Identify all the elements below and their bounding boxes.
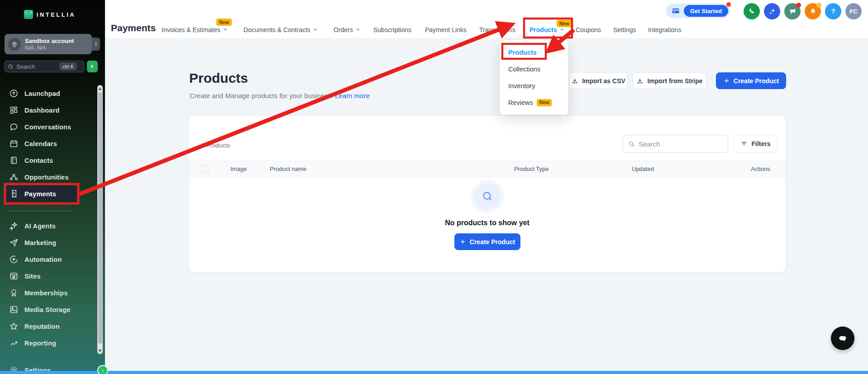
import-csv-button[interactable]: Import as CSV xyxy=(569,72,628,89)
menu-item-label: Reviews xyxy=(508,99,533,106)
sidebar-item-marketing[interactable]: Marketing xyxy=(0,234,97,251)
sidebar-item-label: Media Storage xyxy=(24,306,71,313)
get-started-button[interactable]: Get Started xyxy=(684,5,728,17)
menu-item-label: Products xyxy=(508,49,537,56)
button-label: Filters xyxy=(751,140,770,147)
chat-widget-button[interactable] xyxy=(831,327,854,350)
sidebar-item-calendars[interactable]: Calendars xyxy=(0,135,97,152)
tab-label: Transactions xyxy=(479,26,515,33)
tab-transactions[interactable]: Transactions xyxy=(479,26,515,33)
tab-label: Settings xyxy=(613,26,636,33)
table-header: Image Product name Product Type Updated … xyxy=(189,161,786,177)
page-subtitle-text: Create and Manage products for your busi… xyxy=(190,92,333,99)
tab-invoices-estimates[interactable]: New Invoices & Estimates xyxy=(162,26,228,33)
header-icon-buttons: ? FC xyxy=(744,3,862,19)
tab-documents-contracts[interactable]: Documents & Contracts xyxy=(243,26,318,33)
account-expand-button[interactable] xyxy=(92,38,100,51)
search-icon xyxy=(8,64,14,70)
sidebar-scrollbar-thumb[interactable] xyxy=(98,92,102,344)
sidebar-item-opportunities[interactable]: Opportunities xyxy=(0,169,97,185)
notifications-bell-button[interactable] xyxy=(805,3,821,19)
sidebar-item-payments[interactable]: $ Payments xyxy=(5,185,77,202)
menu-item-reviews[interactable]: Reviews New xyxy=(500,94,568,111)
sidebar-item-media-storage[interactable]: Media Storage xyxy=(0,301,97,318)
location-pin-icon xyxy=(8,38,21,51)
plus-icon xyxy=(459,238,466,245)
select-all-checkbox[interactable] xyxy=(201,165,209,173)
sidebar-item-launchpad[interactable]: Launchpad xyxy=(0,85,97,102)
payments-icon: $ xyxy=(9,189,19,199)
get-started-container: Get Started xyxy=(666,4,730,18)
sidebar-item-sites[interactable]: Sites xyxy=(0,268,97,284)
search-empty-icon xyxy=(475,184,500,209)
scroll-down-arrow-icon[interactable] xyxy=(98,350,102,352)
menu-item-products[interactable]: Products xyxy=(500,44,568,61)
column-actions: Actions xyxy=(751,166,770,172)
new-badge: New xyxy=(537,99,552,106)
sidebar-item-label: Opportunities xyxy=(24,174,69,181)
sidebar-item-ai-agents[interactable]: AI Agents xyxy=(0,218,97,234)
marketing-icon xyxy=(9,238,19,247)
sidebar-item-reporting[interactable]: Reporting xyxy=(0,335,97,351)
tab-payment-links[interactable]: Payment Links xyxy=(425,26,467,33)
account-switcher[interactable]: Sandbox account N/A, N/A xyxy=(5,34,92,54)
products-card: 0 Products Filters Image Product name Pr… xyxy=(188,115,786,273)
sidebar-search-input[interactable] xyxy=(16,63,57,70)
menu-item-collections[interactable]: Collections xyxy=(500,61,568,77)
ai-sparkles-button[interactable] xyxy=(764,3,780,19)
help-button[interactable]: ? xyxy=(825,3,841,19)
column-product-type: Product Type xyxy=(514,166,548,172)
chevron-down-icon xyxy=(559,26,565,33)
filter-icon xyxy=(740,140,748,147)
calendars-icon xyxy=(9,139,19,148)
sidebar-item-contacts[interactable]: Contacts xyxy=(0,152,97,169)
sidebar-item-memberships[interactable]: Memberships xyxy=(0,284,97,301)
tab-orders[interactable]: Orders xyxy=(334,26,361,33)
sidebar-item-conversations[interactable]: Conversations xyxy=(0,118,97,135)
sidebar-scrollbar[interactable] xyxy=(97,85,103,354)
sidebar-item-label: Marketing xyxy=(24,239,56,246)
create-product-empty-button[interactable]: Create Product xyxy=(454,233,520,250)
top-header: Payments New Invoices & Estimates Docume… xyxy=(105,0,868,38)
learn-more-link[interactable]: Learn more xyxy=(335,92,370,99)
download-icon xyxy=(636,77,644,85)
sidebar-item-dashboard[interactable]: Dashboard xyxy=(0,102,97,118)
create-product-button[interactable]: Create Product xyxy=(716,72,786,89)
phone-button[interactable] xyxy=(744,3,760,19)
sidebar-item-label: Calendars xyxy=(24,140,57,147)
menu-item-inventory[interactable]: Inventory xyxy=(500,77,568,94)
megaphone-button[interactable] xyxy=(784,3,801,19)
tab-products[interactable]: New Products xyxy=(529,26,565,33)
sidebar-search[interactable]: ctrl K xyxy=(5,61,84,72)
automation-icon xyxy=(9,255,19,264)
tab-subscriptions[interactable]: Subscriptions xyxy=(373,26,411,33)
scroll-up-arrow-icon[interactable] xyxy=(98,87,102,90)
quick-actions-button[interactable] xyxy=(87,61,98,72)
notification-dot xyxy=(816,3,821,8)
products-search-input[interactable] xyxy=(639,140,711,148)
tab-coupons[interactable]: Coupons xyxy=(576,26,601,33)
tab-integrations[interactable]: Integrations xyxy=(648,26,681,33)
app-screen: INTELLIA Sandbox account N/A, N/A ctrl K xyxy=(0,0,868,374)
sidebar-item-reputation[interactable]: Reputation xyxy=(0,318,97,335)
avatar[interactable]: FC xyxy=(845,3,862,19)
sidebar-item-label: Contacts xyxy=(24,157,53,164)
sidebar-item-automation[interactable]: Automation xyxy=(0,251,97,268)
sidebar-item-label: Sites xyxy=(24,273,41,280)
tab-label: Integrations xyxy=(648,26,681,33)
sidebar-item-label: Payments xyxy=(24,190,56,198)
import-stripe-button[interactable]: Import from Stripe xyxy=(633,72,706,89)
bottom-left-helper-badge[interactable]: ‹ xyxy=(97,365,108,374)
tab-settings[interactable]: Settings xyxy=(613,26,636,33)
contacts-icon xyxy=(9,156,19,165)
bottom-edge-strip xyxy=(0,371,868,374)
products-search[interactable] xyxy=(622,135,728,153)
sidebar: INTELLIA Sandbox account N/A, N/A ctrl K xyxy=(0,0,105,374)
sidebar-item-label: AI Agents xyxy=(24,223,56,230)
filters-button[interactable]: Filters xyxy=(734,135,777,153)
new-badge: New xyxy=(557,20,572,27)
chevron-down-icon xyxy=(223,26,228,33)
button-label: Import as CSV xyxy=(582,77,625,85)
sidebar-nav-secondary: AI Agents Marketing Automation Sites Mem… xyxy=(0,218,97,351)
products-count: 0 Products xyxy=(201,142,230,149)
